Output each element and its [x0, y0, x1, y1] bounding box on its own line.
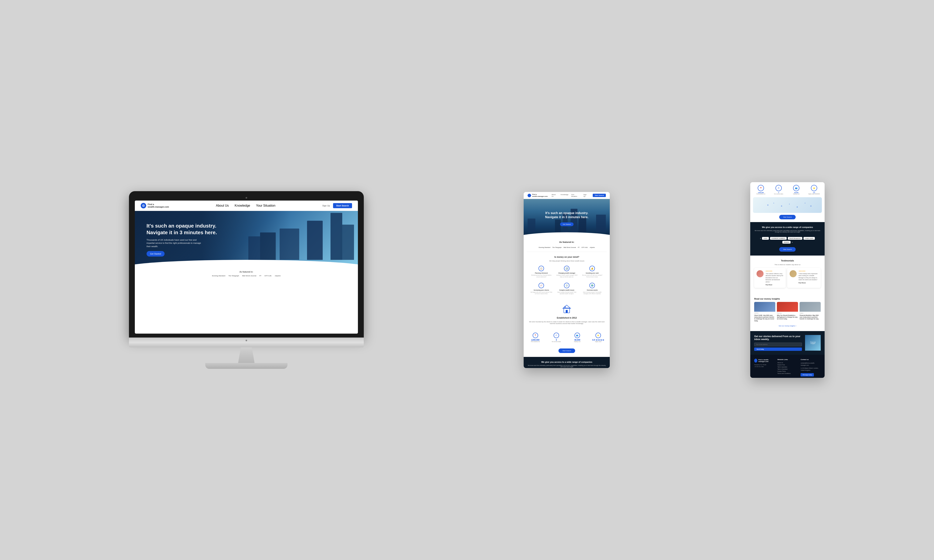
right-testimonials-section: Testimonials This is what our readers sa… [750, 255, 825, 294]
imac-nav-knowledge[interactable]: Knowledge [235, 204, 250, 208]
center-service-grid: 📋 Planning retirement Wondering about yo… [528, 264, 606, 296]
right-footer-link-4[interactable]: Talk on Question [777, 368, 798, 370]
center-search-more-area: Start Search [524, 345, 610, 357]
imac-get-started-btn[interactable]: Get Started [146, 251, 165, 257]
stat-time: ⏱ 4 Our service takes [546, 332, 566, 343]
center-start-search-btn[interactable]: Start Search [593, 194, 606, 197]
right-map [753, 197, 822, 213]
center-established-section: Established in 2012 We were founded by t… [524, 300, 610, 331]
imac-content-area: As featured in: Evening Standard The Tel… [135, 268, 358, 280]
svg-point-11 [805, 203, 805, 203]
right-footer-contact-btn[interactable]: Message today [800, 373, 814, 377]
established-icon [562, 304, 572, 314]
right-insights-btn[interactable]: See our money insights > [779, 325, 796, 327]
right-footer-link-3[interactable]: Talk to Question [777, 366, 798, 368]
right-testimonial-2-stars: ★★★★★ [799, 270, 819, 272]
imac-chin [129, 337, 364, 347]
imac-nav-links: About Us Knowledge Your Situation [177, 204, 314, 208]
stat-helping: 👥 40,000 Helping over [568, 332, 587, 343]
stat-solutions-icon: 📍 [532, 332, 538, 338]
logo-telegraph: The Telegraph [552, 247, 562, 248]
center-hero-btn[interactable]: Get Started [560, 222, 574, 226]
center-money-section: Is money on your mind? We help people th… [524, 252, 610, 300]
center-established-title: Established in 2012 [528, 317, 606, 319]
imac-camera [246, 340, 247, 341]
service-overseas: 🌍 Overseas assets Have overseas assets? … [580, 281, 604, 296]
logo-wsj: Wall Street Journal [563, 247, 576, 248]
right-footer-section: Find a wealth-manager.com Navigating You… [750, 355, 825, 378]
service-complex: ⚖️ Complex wealth issues Have complex fi… [555, 281, 579, 296]
service-changing: 🔄 Changing wealth manager Looking to swi… [555, 264, 579, 279]
right-footer-link-5[interactable]: Cookie Policy [777, 371, 798, 372]
center-hero: It's such an opaque industry. Navigate i… [524, 199, 610, 238]
center-nav-knowledge[interactable]: Knowledge [561, 194, 568, 197]
svg-rect-5 [565, 306, 566, 308]
right-companies-btn[interactable]: Start Search [779, 247, 796, 252]
imac-nav-situation[interactable]: Your Situation [256, 204, 275, 208]
center-nav-situation[interactable]: Your Situation [571, 194, 581, 197]
center-logo-circle [528, 194, 531, 197]
center-nav-signup[interactable]: Sign Up [583, 194, 589, 197]
imac-nav-logo: Find a wealth-manager.com [141, 203, 169, 208]
right-stat-1: 📍 £200,000 Find solutions for [753, 185, 769, 195]
imac-nav: Find a wealth-manager.com About Us Knowl… [135, 200, 358, 211]
right-testimonial-2-author: Paul Reeve [799, 282, 819, 283]
right-footer-brand: Find a wealth-manager.com Navigating You… [754, 358, 774, 377]
right-insight-1-title: Client CASE: July 2022 case study about … [754, 314, 775, 322]
right-newsletter-btn[interactable]: Send today [754, 348, 802, 351]
svg-rect-3 [566, 310, 568, 313]
right-stat-3: 👥 40,000 Helping over [788, 185, 804, 195]
right-testimonial-1-stars: ★★★★★ [766, 270, 783, 272]
right-stat-4-number: 4.9 [806, 192, 822, 193]
right-newsletter-section: Get our stories delivered From us to you… [750, 331, 825, 355]
right-search-btn[interactable]: Start Search [779, 215, 796, 219]
carousel-right-arrow[interactable]: › [792, 241, 792, 244]
center-nav-about[interactable]: About Us [552, 194, 558, 197]
right-testimonial-1-content: ★★★★★ "Your advisor offered a very attra… [766, 270, 783, 286]
right-footer-links-title: Website Links [777, 358, 798, 360]
imac-display: Find a wealth-manager.com About Us Knowl… [109, 191, 383, 369]
right-footer-phone: +44 203 411 2400 [754, 366, 774, 367]
right-newsletter-title: Get our stories delivered From us to you… [754, 335, 802, 341]
right-companies-subtitle: We know each firm intimately, particular… [754, 230, 821, 233]
imac-sign-up[interactable]: Sign Up [322, 205, 330, 207]
right-company-kleinwort: KLEINWORT HAMBROS [770, 237, 787, 240]
service-investing: 💰 Investing your cash Not sure what to d… [580, 264, 604, 279]
right-insights-grid: SAVING Client CASE: July 2022 case study… [754, 302, 821, 322]
imac-screen-frame: Find a wealth-manager.com About Us Knowl… [129, 191, 364, 337]
imac-city-backdrop [213, 211, 358, 260]
right-testimonials-row: ★★★★★ "Your advisor offered a very attra… [754, 268, 821, 290]
right-footer-contact-title: Contact us [800, 358, 821, 360]
right-footer-tagline: Navigating Your Wealth [754, 364, 774, 365]
mobile-screenshot-right: 📍 £200,000 Find solutions for ⏱ 4 Our se… [750, 182, 825, 378]
svg-point-7 [773, 203, 774, 203]
right-testimonial-1-author: Paul Reed [766, 284, 783, 286]
right-footer-logo-text: Find a wealth-manager.com [759, 359, 774, 362]
center-featured-section: As featured in: Evening Standard The Tel… [524, 238, 610, 252]
svg-point-6 [767, 205, 768, 206]
right-testimonial-2-text: "I have always been impressed when looki… [799, 273, 819, 281]
right-footer-contact-info: contact@find-a-wealth-manager.com 1-4 St… [800, 362, 821, 372]
right-stat-2-number: 4 [771, 192, 787, 193]
right-stat-1-icon: 📍 [758, 185, 764, 191]
right-stat-3-label: Helping over [788, 193, 804, 195]
right-testimonial-1: ★★★★★ "Your advisor offered a very attra… [754, 268, 785, 288]
right-footer-link-2[interactable]: Search Free [777, 364, 798, 366]
right-insight-3-img [800, 302, 821, 312]
right-testimonial-2-avatar [789, 270, 797, 277]
center-featured-label: As featured in: [527, 241, 606, 243]
right-insight-2-img [777, 302, 798, 312]
imac-start-search-btn[interactable]: Start Search [333, 203, 352, 208]
center-nav: Find a wealth-manager.com About Us Knowl… [524, 192, 610, 199]
stat-time-icon: ⏱ [554, 332, 559, 338]
carousel-left-arrow[interactable]: ‹ [760, 237, 761, 240]
right-insight-1-meta: SAVING [754, 312, 775, 314]
right-stat-4-label: Highly rated ★★★★★ [806, 193, 822, 195]
right-footer-link-6[interactable]: Terms and Conditions [777, 373, 798, 374]
right-insight-3-title: Financial Bulletins: May 2022 case study… [800, 314, 821, 320]
right-insight-1-img [754, 302, 775, 312]
center-search-more-btn[interactable]: Start Search [559, 348, 575, 353]
imac-nav-about[interactable]: About Us [216, 204, 229, 208]
right-footer-link-1[interactable]: About Us [777, 362, 798, 363]
right-newsletter-input[interactable] [754, 343, 802, 346]
